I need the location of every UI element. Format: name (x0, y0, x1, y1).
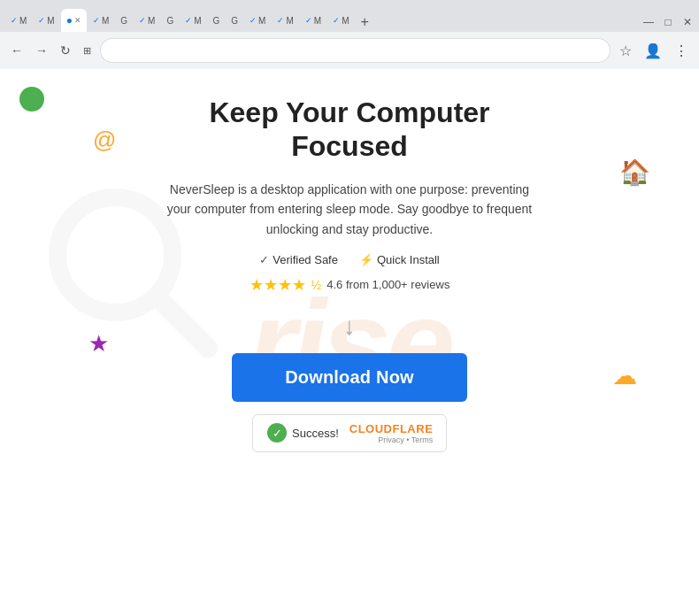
maximize-button[interactable]: □ (662, 16, 674, 28)
badge-safe-label: Verified Safe (273, 253, 338, 266)
tab-check-11: ✓ (277, 16, 284, 25)
tab-favicon-10: M (258, 16, 265, 26)
tab-1[interactable]: ✓ M (5, 9, 32, 32)
rating-text: 4.6 from 1,000+ reviews (326, 278, 449, 291)
tab-6[interactable]: G (161, 9, 179, 32)
tab-check-13: ✓ (333, 16, 340, 25)
deco-home-icon: 🏠 (619, 158, 650, 187)
arrow-icon: ↓ (343, 312, 356, 341)
badge-install: ⚡ Quick Install (359, 253, 440, 266)
tab-search-button[interactable]: ⊞ (80, 42, 95, 60)
minimize-button[interactable]: — (642, 16, 655, 28)
tab-5[interactable]: ✓ M (134, 9, 160, 32)
tab-3[interactable]: ✓ M (88, 9, 114, 32)
tab-active[interactable]: ● ✕ (61, 9, 87, 32)
stars-display: ★★★★ (250, 275, 306, 295)
forward-button[interactable]: → (32, 40, 51, 61)
tab-active-dot: ● (66, 14, 73, 27)
browser-chrome: ✓ M ✓ M ● ✕ ✓ M G ✓ M G ✓ M G (0, 0, 699, 69)
svg-point-0 (58, 197, 173, 312)
check-icon: ✓ (259, 253, 269, 266)
tab-check-7: ✓ (185, 16, 192, 25)
download-button[interactable]: Download Now (232, 353, 467, 402)
bolt-icon: ⚡ (359, 253, 373, 266)
deco-green-circle (19, 87, 44, 112)
tab-favicon-12: M (314, 16, 321, 26)
back-button[interactable]: ← (7, 40, 27, 61)
tab-10[interactable]: ✓ M (244, 9, 271, 32)
bookmark-button[interactable]: ☆ (616, 39, 635, 63)
tab-4[interactable]: G (115, 9, 133, 32)
badges-row: ✓ Verified Safe ⚡ Quick Install (259, 253, 440, 266)
close-button[interactable]: ✕ (681, 16, 694, 28)
tab-check-12: ✓ (305, 16, 312, 25)
tab-favicon-6: G (166, 16, 173, 26)
tab-close-active[interactable]: ✕ (74, 16, 81, 25)
tab-favicon-11: M (286, 16, 293, 26)
rating-row: ★★★★ ½ 4.6 from 1,000+ reviews (250, 275, 450, 295)
cf-links: Privacy • Terms (378, 435, 433, 444)
tab-12[interactable]: ✓ M (300, 9, 326, 32)
tab-favicon-7: M (194, 16, 201, 26)
tab-favicon-3: M (102, 16, 109, 26)
tab-favicon-1: M (19, 16, 27, 26)
tab-check-3: ✓ (93, 16, 100, 25)
page-content: rise @ 🏠 ★ ☁ Keep Your Computer Focused … (0, 69, 699, 616)
badge-install-label: Quick Install (377, 253, 440, 266)
tab-bar: ✓ M ✓ M ● ✕ ✓ M G ✓ M G ✓ M G (0, 0, 699, 32)
tab-favicon-4: G (120, 16, 127, 26)
deco-at-symbol: @ (93, 127, 116, 154)
tab-check-10: ✓ (250, 16, 257, 25)
tab-favicon-2: M (47, 16, 54, 26)
new-tab-button[interactable]: + (355, 12, 373, 32)
tab-2[interactable]: ✓ M (33, 9, 59, 32)
headline: Keep Your Computer Focused (209, 96, 489, 164)
main-content: Keep Your Computer Focused NeverSleep is… (164, 96, 535, 452)
reload-button[interactable]: ↻ (57, 40, 74, 61)
tab-13[interactable]: ✓ M (327, 9, 354, 32)
half-star: ½ (311, 278, 322, 292)
description-text: NeverSleep is a desktop application with… (164, 180, 535, 239)
address-bar: ← → ↻ ⊞ ☆ 👤 ⋮ (0, 32, 699, 69)
tab-8[interactable]: G (208, 9, 226, 32)
cloudflare-box: ✓ Success! CLOUDFLARE Privacy • Terms (252, 414, 447, 452)
tab-check-5: ✓ (139, 16, 146, 25)
address-input[interactable] (100, 38, 611, 63)
tab-favicon-8: G (213, 16, 220, 26)
cf-success-row: ✓ Success! (267, 423, 339, 443)
tab-favicon-13: M (342, 16, 349, 26)
tab-check-2: ✓ (38, 16, 45, 25)
tab-11[interactable]: ✓ M (272, 9, 298, 32)
tab-favicon-9: G (231, 16, 238, 26)
tab-favicon-5: M (148, 16, 155, 26)
cloudflare-logo: CLOUDFLARE Privacy • Terms (350, 422, 434, 444)
cf-check-circle: ✓ (267, 423, 287, 443)
profile-button[interactable]: 👤 (641, 39, 665, 63)
deco-cloud-icon: ☁ (612, 361, 637, 390)
tab-9[interactable]: G (226, 9, 243, 32)
tab-7[interactable]: ✓ M (180, 9, 206, 32)
cf-logo-name: CLOUDFLARE (350, 422, 434, 435)
tab-check-1: ✓ (11, 16, 18, 25)
headline-line1: Keep Your Computer (209, 96, 489, 128)
badge-safe: ✓ Verified Safe (259, 253, 338, 266)
deco-star-icon: ★ (88, 330, 109, 358)
cf-success-label: Success! (292, 427, 339, 440)
headline-line2: Focused (291, 130, 408, 162)
menu-button[interactable]: ⋮ (671, 39, 692, 63)
